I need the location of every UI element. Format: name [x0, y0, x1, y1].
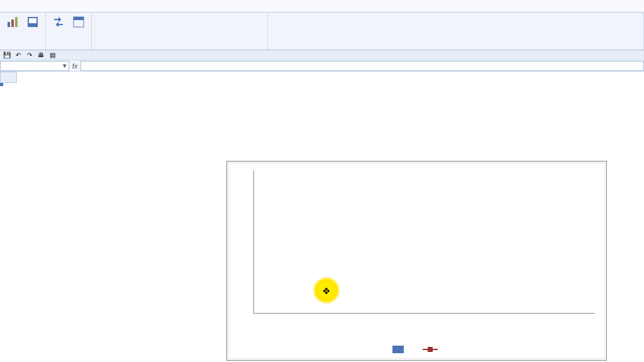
legend-swatch-line — [423, 349, 438, 350]
ribbon — [0, 13, 644, 50]
redo-icon[interactable]: ↷ — [25, 51, 34, 60]
chart-legend[interactable] — [227, 344, 606, 354]
formula-input[interactable] — [80, 61, 644, 71]
quick-access-toolbar: 💾 ↶ ↷ 🖶 ▤ — [0, 50, 644, 60]
ribbon-group-data — [46, 13, 92, 50]
svg-rect-1 — [11, 19, 14, 27]
svg-rect-0 — [8, 22, 10, 27]
fx-button[interactable]: fx — [69, 62, 80, 70]
print-icon[interactable]: 🖶 — [36, 51, 45, 60]
chart-plot-area[interactable] — [253, 170, 595, 314]
select-all-corner[interactable] — [0, 72, 17, 83]
switch-row-column-button[interactable] — [50, 14, 67, 30]
svg-rect-4 — [29, 18, 36, 23]
template-icon — [26, 15, 40, 29]
legend-entry-profit[interactable] — [423, 344, 441, 354]
preview-icon[interactable]: ▤ — [48, 51, 57, 60]
name-box[interactable]: ▾ — [0, 61, 69, 71]
change-chart-type-button[interactable] — [4, 14, 21, 30]
svg-rect-6 — [74, 17, 84, 20]
chevron-down-icon[interactable]: ▾ — [61, 62, 69, 70]
save-as-template-button[interactable] — [24, 14, 42, 30]
svg-rect-2 — [15, 17, 18, 27]
ribbon-group-chart-styles — [268, 13, 644, 50]
selection-outline — [0, 83, 3, 85]
chart-type-icon — [6, 15, 19, 29]
switch-icon — [52, 15, 65, 29]
undo-icon[interactable]: ↶ — [14, 51, 23, 60]
select-data-icon — [72, 15, 86, 29]
cursor-move-icon: ✥ — [323, 286, 330, 296]
ribbon-tabs — [0, 0, 644, 13]
embedded-chart[interactable]: ✥ — [226, 161, 607, 361]
spreadsheet-grid[interactable]: ✥ — [0, 72, 644, 83]
save-icon[interactable]: 💾 — [3, 51, 11, 60]
ribbon-group-chart-layouts — [92, 13, 268, 50]
select-data-button[interactable] — [70, 14, 87, 30]
formula-bar: ▾ fx — [0, 60, 644, 72]
legend-entry-actual[interactable] — [392, 344, 408, 354]
ribbon-group-type — [0, 13, 46, 50]
legend-swatch-bar — [392, 346, 404, 353]
